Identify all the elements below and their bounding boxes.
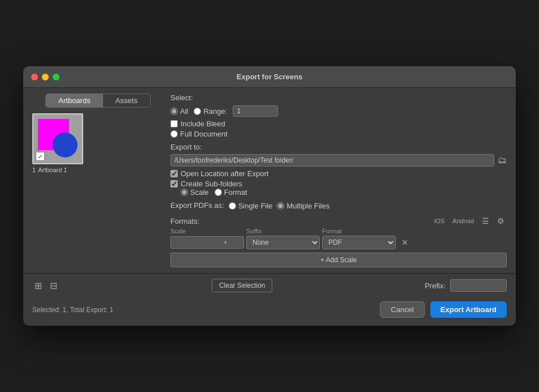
status-text: Selected: 1, Total Export: 1 (32, 306, 113, 314)
maximize-button[interactable] (53, 74, 59, 80)
minimize-button[interactable] (42, 74, 49, 80)
single-file-label[interactable]: Single File (229, 202, 273, 210)
footer-area: Selected: 1, Total Export: 1 Cancel Expo… (23, 297, 516, 326)
scale-radio[interactable] (181, 189, 188, 196)
format-radio[interactable] (215, 189, 222, 196)
full-document-radio[interactable] (170, 130, 178, 138)
artboard-name: Artboard 1 (38, 167, 67, 173)
artboard-checkbox[interactable]: ✓ (36, 152, 45, 161)
prefix-row: Prefix: (425, 279, 507, 292)
include-bleed-checkbox[interactable] (170, 120, 178, 127)
close-button[interactable] (31, 74, 38, 80)
create-subfolders-checkbox[interactable] (170, 180, 178, 188)
export-button[interactable]: Export Artboard (430, 301, 507, 318)
all-radio-label[interactable]: All (170, 107, 188, 116)
export-to-label: Export to: (170, 143, 507, 151)
artboard-thumbnail: ✓ (32, 113, 83, 164)
multiple-files-radio[interactable] (277, 202, 284, 210)
all-radio[interactable] (170, 108, 178, 115)
full-document-row: Full Document (170, 130, 507, 138)
tab-container: Artboards Assets (32, 93, 164, 108)
range-radio[interactable] (194, 108, 201, 115)
create-subfolders-row: Create Sub-folders (170, 180, 507, 188)
scale-input[interactable] (171, 237, 222, 248)
folder-browse-button[interactable]: 🗂 (498, 155, 507, 165)
open-location-label[interactable]: Open Location after Export (170, 169, 507, 178)
suffix-select[interactable]: None 1x 2x 3x (246, 236, 320, 249)
scale-input-wrap: ▾ (170, 236, 244, 249)
multiple-files-label[interactable]: Multiple Files (277, 202, 330, 210)
tab-assets[interactable]: Assets (103, 94, 150, 107)
remove-row-button[interactable]: ✕ (398, 238, 412, 247)
bottom-bar: ⊞ ⊟ Clear Selection Prefix: (23, 274, 516, 297)
ios-button[interactable]: iOS (432, 216, 447, 225)
select-section: Select: All Range: Include Bleed (170, 93, 507, 138)
create-subfolders-label[interactable]: Create Sub-folders (170, 180, 507, 188)
format-radio-label[interactable]: Format (215, 188, 247, 197)
artboard-item[interactable]: ✓ 1 Artboard 1 (32, 113, 83, 173)
include-bleed-row: Include Bleed (170, 120, 507, 128)
window-title: Export for Screens (237, 73, 302, 81)
range-radio-label[interactable]: Range: (194, 107, 227, 116)
formats-gear-icon[interactable]: ⚙ (495, 215, 507, 227)
list-view-button[interactable]: ⊟ (48, 279, 59, 292)
tab-artboards[interactable]: Artboards (46, 94, 102, 107)
clear-selection-button[interactable]: Clear Selection (212, 279, 272, 292)
format-select[interactable]: PDF PNG JPEG SVG WebP (322, 236, 396, 249)
export-pdfs-label: Export PDFs as: (170, 201, 224, 210)
right-panel: Select: All Range: Include Bleed (170, 88, 516, 273)
grid-view-button[interactable]: ⊞ (32, 279, 44, 292)
export-path-input[interactable] (170, 154, 494, 167)
col-format-header: Format (322, 228, 396, 235)
footer-buttons: Cancel Export Artboard (380, 301, 507, 318)
scale-arrow: ▾ (222, 240, 229, 245)
titlebar: Export for Screens (23, 66, 516, 88)
col-scale-header: Scale (170, 228, 244, 235)
prefix-label: Prefix: (425, 282, 446, 290)
artboard-label-row: 1 Artboard 1 (32, 167, 67, 173)
main-body: Artboards Assets ✓ 1 Artboard 1 (23, 88, 516, 273)
formats-header: Formats: iOS Android ☰ ⚙ (170, 215, 507, 227)
export-to-section: Export to: 🗂 Open Location after Export … (170, 143, 507, 197)
range-input[interactable] (233, 105, 278, 117)
thumb-circle (53, 133, 78, 157)
scale-radio-label[interactable]: Scale (181, 188, 209, 197)
all-range-row: All Range: (170, 105, 507, 117)
subfolder-options: Scale Format (181, 188, 507, 197)
add-scale-button[interactable]: + Add Scale (170, 253, 507, 267)
select-label: Select: (170, 93, 507, 102)
tab-group: Artboards Assets (45, 93, 150, 108)
formats-list-icon[interactable]: ☰ (480, 215, 491, 227)
format-row: ▾ None 1x 2x 3x PDF PNG JPEG SVG WebP (170, 236, 507, 249)
open-location-row: Open Location after Export (170, 169, 507, 178)
formats-section: Formats: iOS Android ☰ ⚙ Scale Suffix Fo… (170, 215, 507, 267)
include-bleed-label[interactable]: Include Bleed (170, 120, 507, 128)
artboard-list: ✓ 1 Artboard 1 (32, 113, 164, 267)
artboard-number: 1 (32, 167, 36, 173)
single-file-radio[interactable] (229, 202, 236, 210)
scale-format-row: Scale Format (181, 188, 507, 197)
full-document-label[interactable]: Full Document (170, 130, 507, 138)
export-path-row: 🗂 (170, 154, 507, 167)
col-suffix-header: Suffix (246, 228, 320, 235)
export-pdfs-section: Export PDFs as: Single File Multiple Fil… (170, 201, 507, 211)
export-dialog: Export for Screens Artboards Assets ✓ (23, 66, 516, 326)
formats-table-header: Scale Suffix Format (170, 227, 507, 236)
cancel-button[interactable]: Cancel (380, 301, 424, 318)
prefix-input[interactable] (450, 279, 507, 292)
left-panel: Artboards Assets ✓ 1 Artboard 1 (23, 88, 170, 273)
android-button[interactable]: Android (450, 216, 476, 225)
formats-label: Formats: (170, 217, 429, 225)
view-icons: ⊞ ⊟ (32, 279, 59, 292)
traffic-lights (31, 74, 59, 80)
open-location-checkbox[interactable] (170, 170, 178, 177)
